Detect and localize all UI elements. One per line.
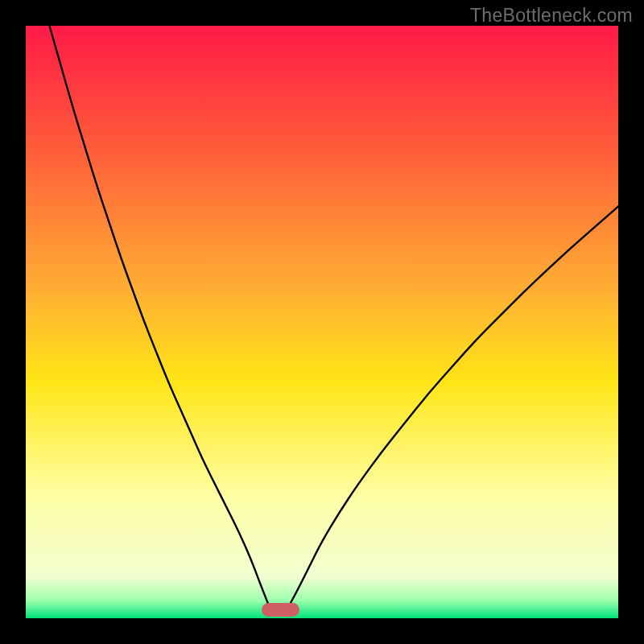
chart-area bbox=[26, 26, 618, 618]
outer-frame: TheBottleneck.com bbox=[0, 0, 644, 644]
bottleneck-chart bbox=[26, 26, 618, 618]
bottleneck-marker bbox=[262, 603, 299, 617]
gradient-background bbox=[26, 26, 618, 618]
watermark-text: TheBottleneck.com bbox=[470, 5, 633, 27]
